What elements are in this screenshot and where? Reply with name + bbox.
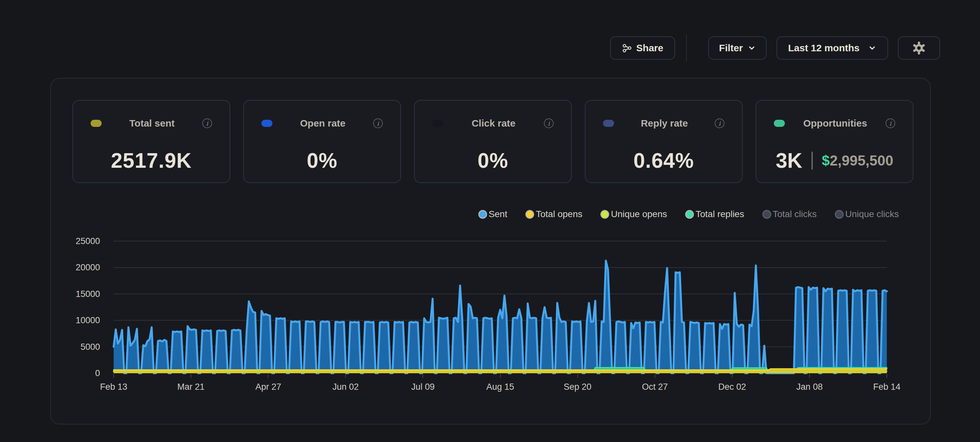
stat-value: 0.64% xyxy=(585,149,742,173)
value-divider xyxy=(811,152,813,170)
stat-label: Click rate xyxy=(443,118,544,129)
stat-label: Total sent xyxy=(102,118,202,129)
info-icon[interactable]: i xyxy=(715,119,724,128)
x-tick-mark xyxy=(886,374,887,378)
stat-value: 0% xyxy=(244,149,400,173)
settings-button[interactable] xyxy=(898,36,940,60)
sent-area-chart[interactable] xyxy=(114,241,887,373)
share-button[interactable]: Share xyxy=(610,36,675,60)
open-rate-color-dot xyxy=(261,120,272,127)
legend-dot xyxy=(762,210,771,219)
y-tick-label: 15000 xyxy=(59,289,100,299)
x-tick-mark xyxy=(191,374,191,378)
x-tick-label: Jun 02 xyxy=(320,382,371,392)
legend-dot xyxy=(835,210,844,219)
reply-rate-color-dot xyxy=(603,120,614,127)
filter-button-label: Filter xyxy=(719,43,743,54)
legend-item-total-opens[interactable]: Total opens xyxy=(525,209,582,219)
info-icon[interactable]: i xyxy=(544,119,554,128)
chevron-down-icon xyxy=(748,44,756,52)
opportunities-color-dot xyxy=(774,120,785,127)
x-tick-mark xyxy=(500,374,501,378)
legend-dot xyxy=(685,210,694,219)
x-tick-mark xyxy=(655,374,655,378)
stat-card-reply-rate: Reply rate i 0.64% xyxy=(585,100,743,183)
opportunities-count: 3K xyxy=(776,149,802,173)
share-button-label: Share xyxy=(636,43,663,54)
analytics-dashboard: Share Filter Last 12 months xyxy=(0,0,980,442)
date-range-label: Last 12 months xyxy=(788,43,859,54)
y-tick-label: 5000 xyxy=(59,342,100,352)
stat-cards-row: Total sent i 2517.9K Open rate i 0% Clic… xyxy=(72,100,913,183)
stat-card-total-sent: Total sent i 2517.9K xyxy=(72,100,230,183)
x-tick-mark xyxy=(422,374,423,378)
legend-dot xyxy=(525,210,534,219)
info-icon[interactable]: i xyxy=(373,119,383,128)
x-tick-mark xyxy=(113,374,114,378)
total-sent-color-dot xyxy=(91,120,102,127)
stat-label: Open rate xyxy=(272,118,373,129)
x-tick-label: Dec 02 xyxy=(706,382,758,392)
toolbar-divider xyxy=(686,35,687,62)
stat-label: Reply rate xyxy=(614,118,715,129)
stat-label: Opportunities xyxy=(785,118,886,129)
x-tick-label: Jan 08 xyxy=(784,382,835,392)
legend-item-total-replies[interactable]: Total replies xyxy=(685,209,744,219)
legend-dot xyxy=(600,210,609,219)
legend-item-unique-clicks[interactable]: Unique clicks xyxy=(835,209,899,219)
chart-legend: Sent Total opens Unique opens Total repl… xyxy=(478,209,899,219)
toolbar: Share Filter Last 12 months xyxy=(610,35,940,62)
y-tick-label: 25000 xyxy=(59,236,100,246)
x-tick-label: Sep 20 xyxy=(552,382,604,392)
x-tick-label: Feb 14 xyxy=(861,382,913,392)
stat-card-open-rate: Open rate i 0% xyxy=(243,100,401,183)
y-tick-label: 0 xyxy=(59,368,100,378)
legend-item-sent[interactable]: Sent xyxy=(478,209,508,219)
filter-button[interactable]: Filter xyxy=(708,36,767,60)
stat-card-opportunities: Opportunities i 3K $ 2,995,500 xyxy=(756,100,913,183)
sent-area xyxy=(114,261,887,373)
share-nodes-icon xyxy=(622,43,632,53)
stat-value: 3K $ 2,995,500 xyxy=(756,149,913,173)
gear-icon xyxy=(912,41,926,55)
legend-item-unique-opens[interactable]: Unique opens xyxy=(600,209,667,219)
x-tick-mark xyxy=(268,374,269,378)
x-tick-label: Mar 21 xyxy=(165,382,217,392)
x-tick-mark xyxy=(732,374,733,378)
y-tick-label: 10000 xyxy=(59,315,100,325)
stat-value: 2517.9K xyxy=(73,149,229,173)
legend-item-total-clicks[interactable]: Total clicks xyxy=(762,209,817,219)
x-tick-label: Apr 27 xyxy=(242,382,294,392)
opportunities-amount: 2,995,500 xyxy=(830,152,893,169)
x-tick-label: Feb 13 xyxy=(88,382,140,392)
x-tick-label: Aug 15 xyxy=(474,382,527,392)
x-tick-mark xyxy=(345,374,346,378)
stat-value: 0% xyxy=(415,149,571,173)
x-tick-label: Jul 09 xyxy=(397,382,449,392)
chevron-down-icon xyxy=(868,44,877,52)
currency-symbol: $ xyxy=(822,152,830,169)
date-range-select[interactable]: Last 12 months xyxy=(776,36,888,60)
x-tick-label: Oct 27 xyxy=(629,382,681,392)
y-tick-label: 20000 xyxy=(59,263,100,272)
x-tick-mark xyxy=(578,374,578,378)
stat-card-click-rate: Click rate i 0% xyxy=(414,100,572,183)
click-rate-color-dot xyxy=(432,120,443,127)
legend-dot xyxy=(478,210,487,219)
info-icon[interactable]: i xyxy=(202,119,212,128)
x-tick-mark xyxy=(809,374,810,378)
info-icon[interactable]: i xyxy=(886,119,895,128)
